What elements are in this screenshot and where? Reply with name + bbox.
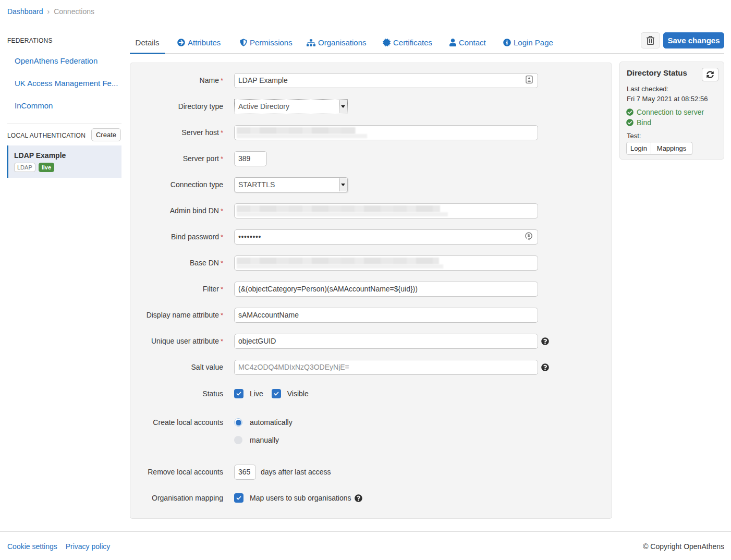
admin-bind-dn-input[interactable] <box>234 203 538 218</box>
connection-type-select[interactable]: STARTTLS <box>234 177 348 192</box>
tab-details[interactable]: Details <box>130 31 165 54</box>
unique-user-attribute-input[interactable]: objectGUID <box>234 334 538 349</box>
admin-bind-dn-label: Admin bind DN <box>170 206 219 215</box>
delete-button[interactable] <box>641 32 660 48</box>
directory-type-label: Directory type <box>178 102 223 111</box>
form-row-connection-type: Connection type STARTTLS <box>130 172 612 198</box>
name-label: Name <box>200 76 219 84</box>
sidebar-item-openathens-federation[interactable]: OpenAthens Federation <box>15 56 98 65</box>
tab-attributes[interactable]: Attributes <box>177 31 221 54</box>
sitemap-icon <box>307 39 315 46</box>
required-asterisk: * <box>221 77 223 84</box>
breadcrumb-dashboard-link[interactable]: Dashboard <box>7 7 43 16</box>
live-checkbox[interactable] <box>234 389 243 398</box>
required-asterisk: * <box>221 337 223 345</box>
display-name-attribute-input[interactable]: sAMAccountName <box>234 308 538 323</box>
password-key-icon[interactable] <box>525 232 533 242</box>
footer-links: Cookie settings Privacy policy <box>7 542 110 551</box>
visible-checkbox[interactable] <box>272 389 281 398</box>
sidebar-item-uk-access-management[interactable]: UK Access Management Fe... <box>15 79 118 88</box>
copyright-text: © Copyright OpenAthens <box>643 542 724 551</box>
form-row-organisation-mapping: Organisation mapping Map users to sub or… <box>130 485 612 511</box>
tab-login-page[interactable]: Login Page <box>503 31 553 54</box>
server-port-value: 389 <box>238 154 250 163</box>
privacy-policy-link[interactable]: Privacy policy <box>66 542 111 551</box>
dropdown-arrow-icon <box>339 100 347 113</box>
server-port-input[interactable]: 389 <box>234 151 267 166</box>
filter-label: Filter <box>203 285 219 293</box>
breadcrumb-separator-icon: › <box>47 7 50 16</box>
unique-user-attribute-label: Unique user attribute <box>151 337 219 345</box>
map-users-checkbox-label: Map users to sub organisations <box>250 494 351 502</box>
display-name-attribute-value: sAMAccountName <box>238 311 299 319</box>
form-row-unique-user-attribute: Unique user attribute* objectGUID <box>130 328 612 354</box>
form-row-filter: Filter* (&(objectCategory=Person)(sAMAcc… <box>130 276 612 302</box>
arrow-circle-right-icon <box>177 39 185 46</box>
info-circle-icon <box>503 39 511 46</box>
create-button[interactable]: Create <box>91 128 121 141</box>
required-asterisk: * <box>221 129 223 137</box>
bind-password-label: Bind password <box>171 233 219 241</box>
cookie-settings-link[interactable]: Cookie settings <box>7 542 57 551</box>
manually-radio[interactable] <box>234 436 242 444</box>
form-row-directory-type: Directory type Active Directory <box>130 93 612 119</box>
required-asterisk: * <box>221 207 223 215</box>
last-checked-value: Fri 7 May 2021 at 08:52:56 <box>627 95 708 103</box>
name-input[interactable]: LDAP Example <box>234 73 538 88</box>
check-circle-icon <box>626 119 633 126</box>
refresh-button[interactable] <box>702 68 718 81</box>
shield-icon <box>240 39 247 46</box>
required-asterisk: * <box>221 285 223 293</box>
tab-label: Certificates <box>393 38 432 47</box>
server-host-input[interactable] <box>234 125 538 140</box>
redacted-value <box>238 205 534 217</box>
required-asterisk: * <box>221 311 223 319</box>
remove-days-value: 365 <box>238 468 250 476</box>
redacted-value <box>238 127 534 139</box>
form-row-status: Status Live Visible <box>130 380 612 407</box>
connection-name: LDAP Example <box>14 151 66 160</box>
base-dn-input[interactable] <box>234 255 538 271</box>
bind-password-input[interactable]: •••••••• <box>234 229 538 245</box>
automatically-radio[interactable] <box>234 418 242 427</box>
server-host-label: Server host <box>181 128 219 137</box>
save-changes-button[interactable]: Save changes <box>663 32 724 48</box>
select-value: STARTTLS <box>235 180 275 189</box>
form-row-display-name-attribute: Display name attribute* sAMAccountName <box>130 302 612 328</box>
directory-status-title: Directory Status <box>627 68 687 77</box>
salt-value-input[interactable]: MC4zODQ4MDIxNzQ3ODEyNjE= <box>234 360 538 375</box>
organisation-mapping-label: Organisation mapping <box>152 494 223 502</box>
help-icon[interactable] <box>355 494 362 502</box>
footer: Cookie settings Privacy policy © Copyrig… <box>0 531 731 560</box>
test-mappings-button[interactable]: Mappings <box>651 142 692 155</box>
test-login-button[interactable]: Login <box>626 142 651 155</box>
tab-permissions[interactable]: Permissions <box>240 31 293 54</box>
help-icon[interactable] <box>541 337 549 345</box>
tab-contact[interactable]: Contact <box>449 31 486 54</box>
form-row-create-local-accounts-2: manually <box>130 433 612 447</box>
breadcrumb-current: Connections <box>54 7 94 16</box>
sidebar-item-ldap-example[interactable]: LDAP Example LDAP live <box>7 145 121 178</box>
password-dots: •••••••• <box>238 233 261 241</box>
filter-input[interactable]: (&(objectCategory=Person)(sAMAccountName… <box>234 282 538 297</box>
trash-icon <box>647 36 654 45</box>
map-users-checkbox[interactable] <box>234 493 243 503</box>
name-input-value: LDAP Example <box>238 76 288 84</box>
sidebar-item-incommon[interactable]: InCommon <box>15 101 53 110</box>
remove-days-input[interactable]: 365 <box>234 465 256 480</box>
federations-heading: FEDERATIONS <box>7 37 53 44</box>
tab-organisations[interactable]: Organisations <box>307 31 367 54</box>
page: Dashboard › Connections FEDERATIONS Open… <box>0 0 731 560</box>
display-name-attribute-label: Display name attribute <box>147 311 219 319</box>
user-icon <box>449 39 456 46</box>
details-form-panel: Name* LDAP Example Directory type Active… <box>130 63 612 519</box>
create-local-accounts-label: Create local accounts <box>153 418 223 427</box>
contact-autofill-icon[interactable] <box>526 75 533 86</box>
help-icon[interactable] <box>541 363 549 371</box>
test-buttons: Login Mappings <box>626 142 692 155</box>
directory-type-select[interactable]: Active Directory <box>234 99 348 114</box>
bind-check-label: Bind <box>637 118 651 127</box>
certificate-icon <box>383 39 391 46</box>
tab-certificates[interactable]: Certificates <box>383 31 432 54</box>
tab-label: Permissions <box>250 38 293 47</box>
